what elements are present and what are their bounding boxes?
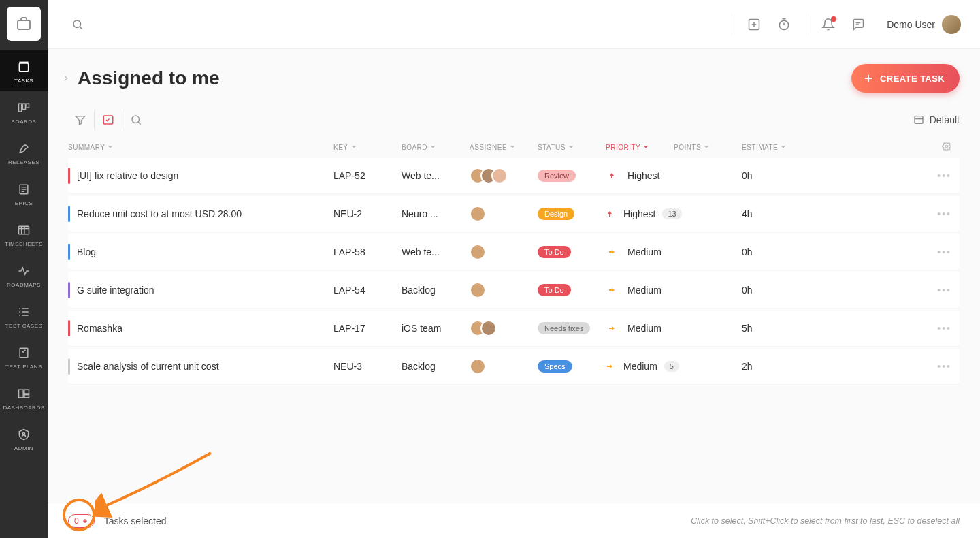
global-search[interactable] [67, 14, 88, 35]
sidebar-item-test-cases[interactable]: TEST CASES [0, 296, 48, 336]
svg-point-16 [132, 116, 140, 123]
col-board[interactable]: BOARD [402, 144, 470, 151]
svg-rect-2 [19, 104, 22, 112]
svg-rect-9 [24, 390, 29, 394]
sidebar-item-dashboards[interactable]: DASHBOARDS [0, 377, 48, 418]
assignee-group[interactable] [470, 168, 502, 184]
messages[interactable] [847, 14, 869, 35]
col-key[interactable]: KEY [333, 144, 402, 151]
status-badge[interactable]: To Do [538, 246, 571, 258]
col-priority[interactable]: PRIORITY [606, 144, 674, 151]
sidebar-item-test-plans[interactable]: TEST PLANS [0, 336, 48, 377]
user-name: Demo User [887, 19, 935, 30]
col-estimate[interactable]: ESTIMATE [742, 144, 919, 151]
assignee-group[interactable] [470, 244, 480, 260]
table-row[interactable]: Reduce unit cost to at most USD 28.00NEU… [68, 196, 960, 232]
chevron-right-icon [61, 74, 71, 83]
create-task-label: CREATE TASK [880, 74, 945, 84]
assignee-group[interactable] [470, 358, 480, 375]
svg-rect-7 [20, 348, 28, 357]
sidebar-label: TIMESHEETS [5, 241, 43, 247]
workspace-logo[interactable] [7, 7, 41, 41]
status-badge[interactable]: Specs [538, 360, 572, 373]
search-icon [71, 18, 84, 31]
quick-add[interactable] [743, 14, 765, 35]
row-menu[interactable]: ••• [937, 170, 951, 181]
points-pill: 13 [662, 208, 681, 219]
row-menu[interactable]: ••• [937, 361, 951, 372]
sidebar-item-boards[interactable]: BOARDS [0, 91, 48, 132]
estimate-cell: 0h [742, 285, 919, 296]
priority-arrow-icon [606, 324, 618, 332]
selected-count: 0 [74, 516, 79, 526]
gear-icon [942, 142, 951, 151]
key-cell: NEU-3 [333, 361, 402, 372]
sidebar-icon [16, 141, 31, 156]
footer-hint: Click to select, Shift+Click to select f… [691, 516, 960, 526]
sort-icon [351, 144, 357, 150]
estimate-cell: 4h [742, 208, 919, 219]
col-points[interactable]: POINTS [674, 144, 742, 151]
row-menu[interactable]: ••• [937, 285, 951, 296]
row-menu[interactable]: ••• [937, 247, 951, 257]
user-menu[interactable]: Demo User [887, 15, 961, 34]
create-task-button[interactable]: CREATE TASK [851, 64, 960, 93]
assignee-group[interactable] [470, 320, 491, 336]
column-settings[interactable] [942, 142, 951, 153]
toolbar: Default [48, 102, 980, 136]
search-in-list-button[interactable] [124, 108, 148, 132]
page-header: Assigned to me CREATE TASK [48, 49, 980, 102]
sidebar-item-tasks[interactable]: TASKS [0, 50, 48, 91]
filter-button[interactable] [68, 108, 93, 132]
key-cell: LAP-54 [333, 285, 402, 296]
status-badge[interactable]: Review [538, 170, 576, 182]
sidebar-label: EPICS [15, 200, 33, 206]
status-badge[interactable]: To Do [538, 284, 571, 296]
estimate-cell: 2h [742, 361, 919, 372]
sidebar-icon [16, 345, 31, 360]
timer[interactable] [773, 14, 795, 35]
assignee-group[interactable] [470, 206, 480, 222]
selection-pill[interactable]: 0 [68, 514, 95, 528]
sidebar-item-roadmaps[interactable]: ROADMAPS [0, 255, 48, 296]
table-row[interactable]: [UI] fix relative to designLAP-52Web te.… [68, 158, 960, 193]
table-row[interactable]: BlogLAP-58Web te...To DoMedium0h••• [68, 234, 960, 270]
estimate-cell: 0h [742, 170, 919, 181]
checklist-view-button[interactable] [96, 108, 120, 132]
status-badge[interactable]: Design [538, 208, 574, 220]
assignee-group[interactable] [470, 282, 480, 298]
key-cell: LAP-58 [333, 247, 402, 257]
sidebar-icon [16, 182, 31, 197]
priority-stripe [68, 168, 70, 184]
sidebar-label: TEST PLANS [5, 364, 42, 370]
svg-rect-3 [22, 104, 25, 109]
sidebar-item-epics[interactable]: EPICS [0, 173, 48, 214]
sidebar: TASKSBOARDSRELEASESEPICSTIMESHEETSROADMA… [0, 0, 48, 538]
table-row[interactable]: G suite integrationLAP-54BacklogTo DoMed… [68, 272, 960, 308]
row-menu[interactable]: ••• [937, 323, 951, 334]
board-cell: Backlog [402, 285, 436, 296]
col-assignee[interactable]: ASSIGNEE [470, 144, 538, 151]
sidebar-item-timesheets[interactable]: TIMESHEETS [0, 214, 48, 255]
sidebar-item-admin[interactable]: ADMIN [0, 418, 48, 459]
status-badge[interactable]: Needs fixes [538, 322, 590, 334]
summary-text: G suite integration [77, 285, 154, 296]
sidebar-label: TASKS [14, 78, 33, 84]
sidebar-icon [16, 59, 31, 74]
collapse-toggle[interactable] [59, 71, 74, 86]
sidebar-icon [16, 386, 31, 401]
priority-label: Highest [623, 208, 655, 219]
page-title: Assigned to me [78, 67, 219, 89]
sidebar-item-releases[interactable]: RELEASES [0, 132, 48, 173]
table-row[interactable]: RomashkaLAP-17iOS teamNeeds fixesMedium5… [68, 311, 960, 346]
board-cell: Web te... [402, 247, 440, 257]
notifications[interactable] [817, 14, 839, 35]
view-preset-label: Default [930, 114, 960, 125]
row-menu[interactable]: ••• [937, 208, 951, 219]
svg-rect-0 [18, 20, 30, 29]
col-summary[interactable]: SUMMARY [68, 144, 333, 151]
table-row[interactable]: Scale analysis of current unit costNEU-3… [68, 349, 960, 384]
sidebar-label: DASHBOARDS [3, 405, 44, 411]
view-preset[interactable]: Default [913, 114, 960, 125]
col-status[interactable]: STATUS [538, 144, 606, 151]
